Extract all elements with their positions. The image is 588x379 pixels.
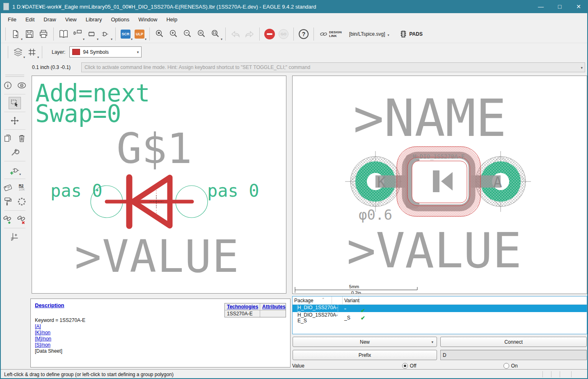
help-icon[interactable]: ? — [297, 27, 311, 41]
copy-tool[interactable] — [2, 132, 14, 145]
value-off-label: Off — [410, 363, 416, 369]
variant-column-header[interactable]: Variant — [344, 298, 359, 303]
package-editor-icon[interactable] — [85, 27, 98, 41]
layer-dropdown[interactable]: 94 Symbols ▾ — [69, 46, 142, 57]
package-row-0[interactable]: H_DIO_1SS270A-E '' ✔ — [293, 305, 587, 312]
zoom-in-icon[interactable] — [167, 27, 181, 41]
menu-draw[interactable]: Draw — [39, 15, 60, 24]
status-bar: Left-click & drag to define group (or le… — [1, 369, 588, 379]
value-label: Value — [292, 363, 304, 369]
value-off-radio[interactable] — [402, 363, 408, 369]
technologies-header-link[interactable]: Technologies — [225, 303, 260, 310]
redo-icon[interactable] — [243, 27, 256, 41]
grid-icon[interactable] — [25, 45, 39, 59]
zoom-fit-icon[interactable] — [153, 27, 167, 41]
group-tool[interactable] — [9, 97, 21, 109]
package-canvas[interactable]: >NAME — [292, 76, 587, 294]
info-tool[interactable] — [2, 79, 14, 92]
change-tool[interactable] — [9, 146, 21, 158]
array-tool[interactable] — [16, 195, 28, 208]
drill-diameter-label: φ0.6 — [359, 207, 392, 223]
save-icon[interactable] — [23, 27, 37, 41]
design-link-label-1: DESIGN — [329, 30, 342, 34]
variant-cell: _S — [343, 315, 359, 321]
symbol-canvas[interactable]: Add=next Swap=0 G$1 pas 0 pas 0 >VALUE — [32, 76, 286, 294]
go-icon[interactable]: GO — [277, 27, 291, 41]
status-text: Left-click & drag to define group (or le… — [4, 372, 174, 377]
menu-file[interactable]: File — [3, 15, 21, 24]
zoom-out-icon[interactable] — [181, 27, 194, 41]
new-package-button[interactable]: New ▾ — [293, 337, 437, 347]
link-icon — [320, 31, 327, 37]
show-tool[interactable] — [16, 79, 28, 92]
design-link-label-2: LINK — [329, 34, 342, 38]
technology-value[interactable]: 1SS270A-E — [225, 310, 260, 317]
datasheet-text: [Data Sheet] — [35, 348, 286, 354]
zoom-select-icon[interactable] — [208, 27, 222, 41]
pads-export-button[interactable]: PADS — [399, 30, 423, 39]
scale-mm-label: 5mm — [349, 284, 359, 289]
symbol-editor-icon[interactable] — [98, 27, 112, 41]
eagle-window: 1 D:¥DATE¥E-work¥_Eagle mmLibrary05_01_0… — [0, 0, 588, 379]
menu-bar: File Edit Draw View Library Options Wind… — [1, 13, 587, 25]
description-title-link[interactable]: Description — [35, 302, 64, 308]
pin-link-s[interactable]: [S]/non — [35, 342, 286, 348]
value-tool-bottom-label: 10k — [19, 188, 25, 191]
link-remove-tool[interactable] — [16, 213, 28, 225]
new-file-icon[interactable] — [9, 27, 23, 41]
zoom-redraw-icon[interactable] — [194, 27, 208, 41]
undo-icon[interactable] — [229, 27, 243, 41]
print-icon[interactable] — [37, 27, 50, 41]
window-title: 1 D:¥DATE¥E-work¥_Eagle mmLibrary05_01_0… — [12, 4, 531, 10]
variant-cell: '' — [343, 308, 359, 313]
command-line-input[interactable] — [81, 62, 585, 72]
prefix-value-field[interactable]: D — [440, 350, 587, 360]
pin-link-k[interactable]: [K]/non — [35, 330, 286, 335]
connect-button[interactable]: Connect — [440, 337, 587, 347]
menu-options[interactable]: Options — [106, 15, 134, 24]
palette-handle[interactable] — [5, 75, 24, 77]
maximize-button[interactable]: □ — [550, 0, 569, 13]
mark-origin-tool[interactable] — [9, 231, 21, 243]
layer-settings-icon[interactable] — [11, 45, 25, 59]
stop-icon[interactable] — [263, 27, 277, 41]
paint-tool[interactable] — [2, 195, 14, 208]
symbol-gate-name: G$1 — [117, 124, 192, 173]
minimize-button[interactable]: — — [531, 0, 550, 13]
ltspice-dropdown[interactable]: [bin/LTspice.svg] — [349, 31, 389, 37]
attributes-header-link[interactable]: Attributes — [260, 303, 286, 310]
device-editor-icon[interactable] — [71, 27, 85, 41]
value-option-row: Value Off On — [292, 361, 587, 370]
pin-link-a[interactable]: [A] — [35, 324, 286, 329]
ulp-icon[interactable]: ULP — [133, 27, 146, 41]
package-variant-table: Package^ Variant H_DIO_1SS270A-E '' ✔ H_… — [292, 296, 587, 334]
sort-ascending-icon: ^ — [323, 297, 324, 301]
prefix-button[interactable]: Prefix — [293, 350, 437, 360]
value-on-radio[interactable] — [503, 363, 509, 369]
window-document-icon — [3, 3, 9, 10]
command-history-arrow-icon[interactable]: ▾ — [581, 66, 583, 70]
scr-script-icon[interactable]: SCR — [119, 27, 133, 41]
close-button[interactable]: ✕ — [569, 0, 588, 13]
design-link-button[interactable]: DESIGN LINK — [320, 30, 342, 38]
menu-library[interactable]: Library — [81, 15, 107, 24]
technologies-table: Technologies Attributes 1SS270A-E — [224, 303, 286, 317]
library-icon[interactable] — [57, 27, 71, 41]
value-tool[interactable]: R2 10k — [16, 181, 28, 194]
link-add-tool[interactable] — [2, 213, 14, 225]
pin-name-right: pas 0 — [207, 181, 259, 201]
layer-toolbar: Layer: 94 Symbols ▾ — [1, 44, 587, 60]
add-part-tool[interactable] — [9, 164, 21, 176]
menu-edit[interactable]: Edit — [21, 15, 39, 24]
scale-bar: 5mm 0.2in — [295, 284, 417, 294]
menu-help[interactable]: Help — [162, 15, 182, 24]
package-column-header[interactable]: Package — [294, 298, 313, 303]
menu-window[interactable]: Window — [134, 15, 162, 24]
move-tool[interactable] — [9, 115, 21, 127]
menu-view[interactable]: View — [61, 15, 81, 24]
new-button-label: New — [360, 339, 370, 345]
name-tool[interactable] — [2, 181, 14, 194]
delete-tool[interactable] — [16, 132, 28, 145]
pin-link-m[interactable]: [M]/non — [35, 336, 286, 342]
layer-selected-value: 94 Symbols — [83, 49, 109, 55]
